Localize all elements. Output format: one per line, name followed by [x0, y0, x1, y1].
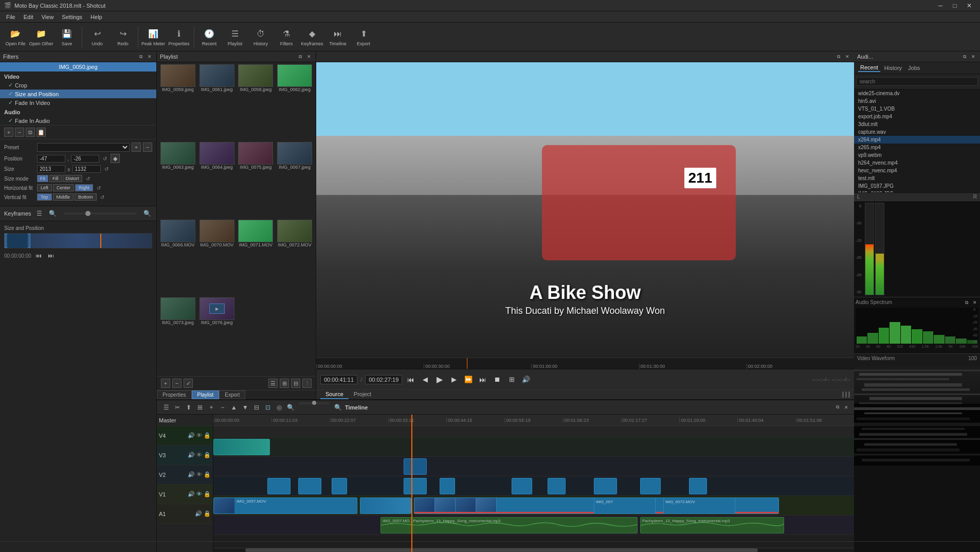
tl-lift-btn[interactable]: ⬆	[184, 402, 194, 413]
filter-crop[interactable]: ✓ Crop	[0, 81, 156, 90]
v-align-bottom[interactable]: Bottom	[75, 193, 97, 201]
spectrum-float-btn[interactable]: ⧉	[963, 299, 970, 306]
tl-split-btn[interactable]: ⊟	[251, 402, 262, 413]
tab-properties[interactable]: Properties	[157, 390, 192, 399]
kf-next-btn[interactable]: ⏭	[46, 251, 56, 261]
tl-ripple-btn[interactable]: ⊡	[263, 402, 273, 413]
peak-meter-button[interactable]: 📊 Peak Meter	[141, 24, 166, 50]
preset-del-btn[interactable]: −	[143, 143, 152, 152]
v1-audio-icon[interactable]: 🔊	[188, 491, 195, 497]
tl-close-btn[interactable]: ✕	[843, 404, 850, 411]
tl-float-btn[interactable]: ⧉	[834, 404, 841, 411]
preview-next-frame-btn[interactable]: ▶	[448, 374, 460, 385]
v1-clip-img0072[interactable]: IMG_0072.MOV	[663, 497, 735, 514]
search-input[interactable]	[856, 77, 978, 86]
list-item[interactable]: IMG_0073.jpeg	[159, 297, 197, 374]
tab-jobs[interactable]: Jobs	[906, 64, 922, 72]
playlist-button[interactable]: ☰ Playlist	[223, 24, 247, 50]
filter-size-position[interactable]: ✓ Size and Position	[0, 90, 156, 98]
v3-eye-icon[interactable]: 👁	[196, 452, 202, 458]
list-item[interactable]: IMG_0066.MOV	[159, 220, 197, 296]
a1-lock-icon[interactable]: 🔒	[204, 510, 211, 517]
timeline-button[interactable]: ⏭ Timeline	[325, 24, 350, 50]
a1-audio-icon[interactable]: 🔊	[195, 510, 202, 517]
tl-insert-btn[interactable]: +	[206, 402, 216, 413]
list-item[interactable]: IMG_0059.jpeg	[159, 64, 197, 141]
v3-audio-icon[interactable]: 🔊	[188, 452, 195, 458]
tl-zoom-btn[interactable]: 🔍	[285, 402, 296, 413]
filters-close-btn[interactable]: ✕	[146, 53, 153, 60]
v4-eye-icon[interactable]: 👁	[196, 432, 202, 439]
tl-scrollbar[interactable]	[213, 548, 854, 552]
size-mode-fit[interactable]: Fit	[37, 175, 48, 182]
save-button[interactable]: 💾 Save	[55, 24, 79, 50]
list-item[interactable]: IMG_0070.MOV	[198, 220, 236, 296]
playlist-grid-btn[interactable]: ⊞	[280, 379, 289, 388]
recent-item-4[interactable]: 3dlut.mlt	[854, 120, 980, 128]
kf-menu-btn[interactable]: ☰	[34, 208, 45, 219]
list-item[interactable]: IMG_0075.jpeg	[237, 142, 275, 219]
preset-select[interactable]	[37, 143, 130, 152]
v2-clip-4[interactable]	[404, 478, 427, 494]
v2-clip-6[interactable]	[512, 478, 532, 494]
tab-export[interactable]: Export	[219, 390, 245, 399]
tl-scroll-thumb[interactable]	[245, 548, 758, 552]
tab-recent[interactable]: Recent	[858, 64, 880, 72]
tl-menu-btn[interactable]: ☰	[161, 402, 171, 413]
position-x-input[interactable]	[37, 155, 65, 163]
preview-play-btn[interactable]: ▶	[434, 374, 445, 385]
kf-zoom-in-btn[interactable]: 🔍	[142, 208, 152, 219]
h-align-left[interactable]: Left	[37, 184, 52, 191]
a1-clip-2[interactable]: Pachyderm_13_Happy_Song_instrumental.mp3	[640, 517, 784, 533]
close-button[interactable]: ✕	[963, 1, 976, 10]
playlist-check-btn[interactable]: ✓	[184, 379, 193, 388]
preview-float-btn[interactable]: ⧉	[835, 53, 842, 60]
tl-down-btn[interactable]: ▼	[240, 402, 250, 413]
list-item[interactable]: IMG_0071.MOV	[237, 220, 275, 296]
v1-eye-icon[interactable]: 👁	[196, 491, 202, 497]
list-item[interactable]: ▶ IMG_0076.jpeg	[198, 297, 236, 374]
v3-clip-1[interactable]	[404, 458, 427, 475]
menu-view[interactable]: View	[38, 13, 58, 21]
v2-clip-3[interactable]	[332, 478, 347, 494]
size-mode-fill[interactable]: Fill	[49, 175, 62, 182]
kf-zoom-slider[interactable]	[63, 212, 137, 215]
keyframes-button[interactable]: ◆ Keyframes	[300, 24, 324, 50]
preview-grid-btn[interactable]: ⊞	[506, 374, 517, 385]
recent-item-6[interactable]: x264.mp4	[854, 136, 980, 144]
filter-copy-btn[interactable]: ⧉	[26, 128, 35, 137]
kf-prev-btn[interactable]: ⏮	[33, 251, 44, 261]
recent-item-2[interactable]: VTS_01_1.VOB	[854, 105, 980, 113]
open-other-button[interactable]: 📁 Open Other	[29, 24, 53, 50]
audi-close-btn[interactable]: ✕	[970, 53, 977, 60]
menu-file[interactable]: File	[2, 13, 20, 21]
position-kf-btn[interactable]: ◆	[111, 154, 120, 163]
h-align-right[interactable]: Right	[75, 184, 93, 191]
recent-item-11[interactable]: test.mlt	[854, 174, 980, 182]
v4-clip-1[interactable]	[213, 439, 270, 455]
playlist-list-btn[interactable]: ☰	[268, 379, 278, 388]
size-mode-reset[interactable]: ↺	[84, 175, 92, 182]
v-fit-reset[interactable]: ↺	[99, 193, 106, 201]
recent-item-0[interactable]: wide25-cinema.dv	[854, 90, 980, 97]
preview-prev-frame-btn[interactable]: ◀	[420, 374, 431, 385]
v2-lock-icon[interactable]: 🔒	[204, 471, 211, 478]
filter-paste-btn[interactable]: 📋	[37, 128, 46, 137]
list-item[interactable]: IMG_0062.jpeg	[276, 64, 314, 141]
undo-button[interactable]: ↩ Undo	[85, 24, 110, 50]
tab-playlist[interactable]: Playlist	[192, 390, 220, 399]
history-button[interactable]: ⏱ History	[248, 24, 273, 50]
preview-timecode-total[interactable]: 00:02:27:19	[365, 375, 402, 384]
size-w-input[interactable]	[37, 165, 65, 173]
menu-help[interactable]: Help	[86, 13, 106, 21]
tl-zoom-slider[interactable]	[299, 402, 330, 404]
list-item[interactable]: IMG_0063.jpeg	[159, 142, 197, 219]
preview-timecode-current[interactable]: 00:00:41:11	[320, 375, 357, 384]
kf-zoom-out-btn[interactable]: 🔍	[48, 208, 58, 219]
v-align-middle[interactable]: Middle	[53, 193, 74, 201]
size-h-input[interactable]	[72, 165, 101, 173]
v-align-top[interactable]: Top	[37, 193, 52, 201]
v4-lock-icon[interactable]: 🔒	[204, 432, 211, 439]
list-item[interactable]: IMG_0067.jpeg	[276, 142, 314, 219]
tl-zoom-in-btn[interactable]: 🔍	[333, 402, 343, 413]
